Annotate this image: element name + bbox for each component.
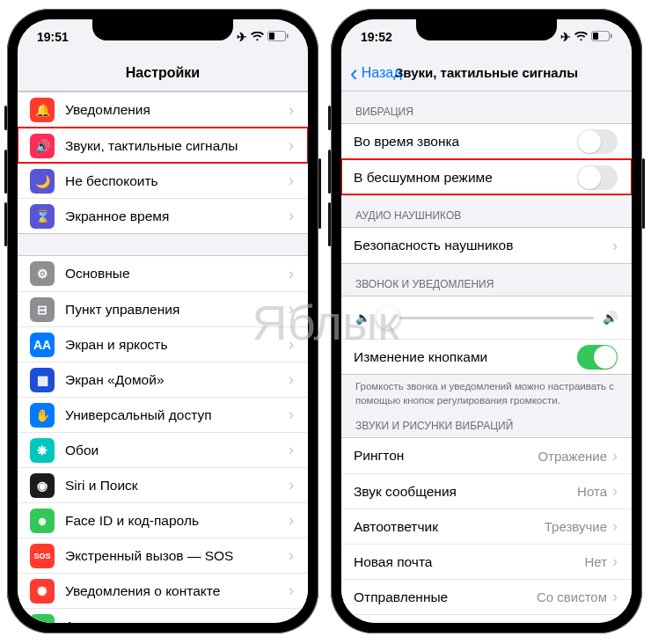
wifi-icon [574,30,588,44]
section-ringer: ЗВОНОК И УВЕДОМЛЕНИЯ [341,264,632,296]
faceid-icon: ☻ [30,509,55,533]
chevron-icon: › [612,517,618,536]
row-label: Отправленные [354,589,537,605]
sound-row-sent-mail[interactable]: ОтправленныеСо свистом› [341,579,632,614]
settings-row-siri[interactable]: ◉Siri и Поиск› [18,467,308,502]
notifications-icon: 🔔 [30,98,55,122]
toggle-on[interactable] [577,345,618,370]
settings-row-faceid[interactable]: ☻Face ID и код-пароль› [18,502,308,538]
exposure-icon: ✺ [30,579,55,604]
chevron-icon: › [289,207,294,225]
back-button[interactable]: Назад [350,65,402,81]
settings-row-dnd[interactable]: 🌙Не беспокоить› [18,163,308,198]
row-label: Безопасность наушников [354,238,612,253]
change-with-buttons-row[interactable]: Изменение кнопками [341,339,632,374]
row-label: Аккумулятор [65,618,289,624]
row-label: Универсальный доступ [65,407,289,423]
status-icons: ✈ [560,30,612,44]
row-label: Уведомления о контакте [65,583,289,599]
battery-icon [267,30,289,44]
back-label: Назад [362,65,402,81]
settings-row-notifications[interactable]: 🔔Уведомления› [18,92,308,128]
svg-rect-4 [593,33,598,40]
chevron-icon: › [289,172,294,190]
chevron-icon: › [289,101,294,120]
volume-high-icon: 🔊 [603,311,618,325]
wallpaper-icon: ❋ [30,438,55,463]
row-value: Нет [584,554,607,569]
page-title: Звуки, тактильные сигналы [395,65,578,80]
volume-slider-row[interactable]: 🔈 🔊 [341,296,632,339]
page-title: Настройки [126,65,200,81]
chevron-icon: › [289,300,294,318]
settings-row-general[interactable]: ⚙Основные› [18,256,308,291]
sound-row-new-mail[interactable]: Новая почтаНет› [341,544,632,579]
section-sounds: ЗВУКИ И РИСУНКИ ВИБРАЦИЙ [341,414,632,437]
screentime-icon: ⌛ [30,204,55,229]
settings-row-display[interactable]: AAЭкран и яркость› [18,326,308,362]
nav-bar: Назад Звуки, тактильные сигналы [341,55,632,91]
chevron-icon: › [289,406,294,424]
settings-row-screentime[interactable]: ⌛Экранное время› [18,198,308,233]
svg-rect-1 [269,33,274,40]
row-label: В бесшумном режиме [354,170,577,186]
settings-row-sos[interactable]: SOSЭкстренный вызов — SOS› [18,538,308,573]
chevron-icon: › [612,482,618,501]
sound-row-voicemail[interactable]: АвтоответчикТрезвучие› [341,509,632,544]
status-icons: ✈ [237,30,289,44]
vibrate-on-ring-row[interactable]: Во время звонка [341,124,632,159]
row-label: Экранное время [65,209,289,224]
airplane-icon: ✈ [237,30,247,44]
settings-row-sounds[interactable]: 🔊Звуки, тактильные сигналы› [18,128,308,163]
sound-row-text-tone[interactable]: Звук сообщенияНота› [341,473,632,509]
accessibility-icon: ✋ [30,403,55,428]
battery-icon: ▮ [30,614,55,624]
chevron-icon: › [289,582,294,600]
row-label: Во время звонка [354,134,577,150]
settings-row-control-center[interactable]: ⊟Пункт управления› [18,291,308,326]
status-time: 19:52 [361,30,392,44]
row-label: Не беспокоить [65,173,289,189]
svg-rect-2 [287,34,289,39]
nav-bar: Настройки [18,55,308,91]
volume-slider[interactable] [379,317,594,319]
row-label: Звуки, тактильные сигналы [65,138,289,154]
row-label: Экран «Домой» [65,372,289,388]
row-label: Siri и Поиск [65,478,289,494]
chevron-icon: › [289,265,294,283]
row-value: Нота [577,484,607,499]
dnd-icon: 🌙 [30,169,55,194]
row-label: Новая почта [354,554,584,570]
airplane-icon: ✈ [560,30,571,44]
settings-row-battery[interactable]: ▮Аккумулятор› [18,608,308,623]
general-icon: ⚙ [30,261,55,286]
row-value: Отражение [538,449,607,464]
wifi-icon [251,30,264,44]
row-label: Экран и яркость [65,337,289,353]
settings-row-wallpaper[interactable]: ❋Обои› [18,432,308,467]
chevron-icon: › [289,546,294,565]
row-label: Face ID и код-пароль [65,513,289,529]
settings-row-accessibility[interactable]: ✋Универсальный доступ› [18,397,308,432]
row-label: Уведомления [65,102,289,118]
control-center-icon: ⊟ [30,297,55,322]
sound-row-ringtone[interactable]: РингтонОтражение› [341,438,632,473]
volume-low-icon: 🔈 [355,311,370,325]
section-vibration: ВИБРАЦИЯ [341,91,632,123]
headphone-safety-row[interactable]: Безопасность наушников › [341,228,632,263]
notch [92,19,233,40]
toggle-off[interactable] [577,129,618,154]
row-label: Основные [65,266,289,282]
row-label: Пункт управления [65,302,289,318]
chevron-icon: › [612,447,618,465]
chevron-icon: › [289,476,294,494]
phone-right: 19:52 ✈ Назад Звуки, тактильные сигналы … [331,9,642,633]
vibrate-on-silent-row[interactable]: В бесшумном режиме [341,159,632,194]
toggle-off[interactable] [577,165,618,190]
sound-row-calendar[interactable]: Уведомления в календаряхАккорд› [341,614,632,623]
settings-row-home-screen[interactable]: ▦Экран «Домой»› [18,362,308,397]
settings-row-exposure[interactable]: ✺Уведомления о контакте› [18,573,308,608]
row-label: Автоответчик [354,519,545,535]
battery-icon [591,30,612,44]
chevron-icon: › [289,511,294,530]
